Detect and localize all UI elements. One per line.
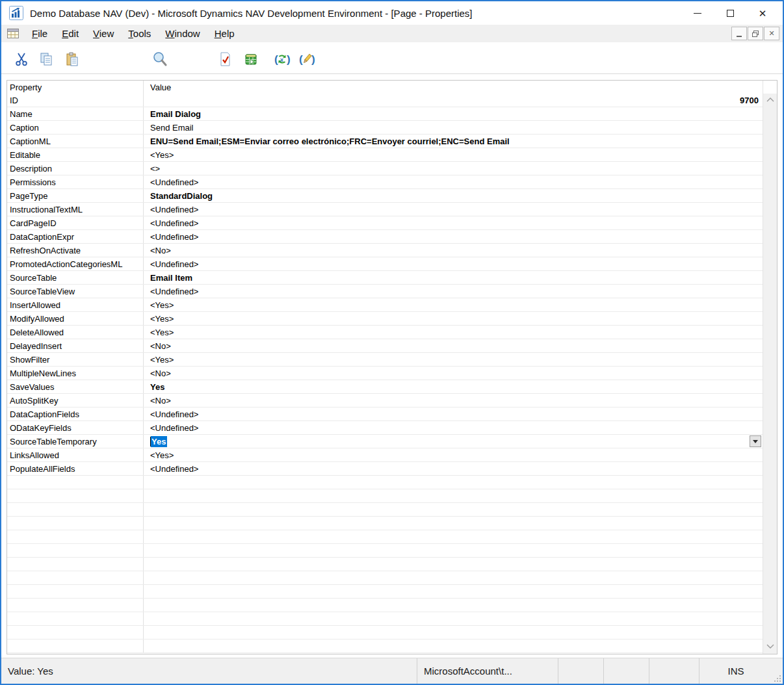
empty-row[interactable] [7,599,763,612]
mdi-restore-button[interactable] [748,27,763,40]
property-row[interactable]: MultipleNewLines <No> [7,367,763,380]
property-row[interactable]: ShowFilter <Yes> [7,353,763,367]
mdi-close-button[interactable]: ✕ [764,27,779,40]
property-name-cell[interactable]: Editable [7,148,144,161]
property-row[interactable]: LinksAllowed <Yes> [7,448,763,462]
property-row[interactable]: Caption Send Email [7,121,763,135]
property-name-cell[interactable]: InstructionalTextML [7,203,144,216]
property-value-cell[interactable]: <Yes> [144,353,763,366]
property-name-cell[interactable]: PopulateAllFields [7,462,144,475]
paste-button[interactable] [62,49,82,69]
property-name-cell[interactable]: LinksAllowed [7,448,144,461]
empty-row[interactable] [7,489,763,503]
property-name-cell[interactable]: MultipleNewLines [7,367,144,380]
menu-item-file[interactable]: File [25,26,55,41]
property-name-cell[interactable] [7,612,144,625]
property-value-cell[interactable]: <Yes> [144,448,763,461]
empty-row[interactable] [7,503,763,517]
property-row[interactable]: InsertAllowed <Yes> [7,298,763,312]
mdi-minimize-button[interactable] [731,27,747,40]
empty-row[interactable] [7,626,763,640]
property-name-cell[interactable]: PageType [7,189,144,202]
menu-item-help[interactable]: Help [207,26,242,41]
menu-item-view[interactable]: View [86,26,121,41]
property-name-cell[interactable]: AutoSplitKey [7,394,144,407]
property-row[interactable]: PopulateAllFields <Undefined> [7,462,763,476]
empty-row[interactable] [7,558,763,571]
property-value-cell[interactable]: Email Item [144,271,763,284]
property-row[interactable]: Name Email Dialog [7,107,763,121]
property-row[interactable]: SaveValues Yes [7,380,763,394]
property-name-cell[interactable] [7,530,144,543]
property-value-cell[interactable] [144,489,763,502]
property-value-cell[interactable] [144,558,763,571]
empty-row[interactable] [7,517,763,530]
property-name-cell[interactable]: SourceTableView [7,285,144,298]
property-name-cell[interactable]: PromotedActionCategoriesML [7,257,144,270]
property-row[interactable]: DelayedInsert <No> [7,339,763,353]
property-name-cell[interactable] [7,503,144,516]
property-value-cell[interactable]: <No> [144,339,763,352]
property-value-cell[interactable] [144,544,763,557]
property-row[interactable]: Description <> [7,162,763,175]
property-row[interactable]: InstructionalTextML <Undefined> [7,203,763,216]
property-value-cell[interactable] [144,599,763,612]
property-row[interactable]: AutoSplitKey <No> [7,394,763,407]
property-name-cell[interactable]: SaveValues [7,380,144,393]
empty-row[interactable] [7,571,763,585]
property-value-cell[interactable] [144,626,763,639]
property-name-cell[interactable] [7,489,144,502]
property-row[interactable]: DeleteAllowed <Yes> [7,326,763,339]
property-value-cell[interactable] [144,571,763,584]
property-name-cell[interactable]: CaptionML [7,135,144,148]
property-value-cell[interactable]: <Undefined> [144,407,763,420]
property-value-cell[interactable] [144,530,763,543]
property-row[interactable]: ModifyAllowed <Yes> [7,312,763,326]
property-row[interactable]: DataCaptionExpr <Undefined> [7,230,763,244]
property-row[interactable]: SourceTableTemporary Yes [7,435,763,448]
table-data-button[interactable] [241,49,261,69]
find-button[interactable] [150,49,170,69]
property-value-cell[interactable]: Email Dialog [144,107,763,120]
property-name-cell[interactable]: CardPageID [7,216,144,229]
empty-row[interactable] [7,476,763,489]
empty-row[interactable] [7,585,763,599]
property-row[interactable]: Editable <Yes> [7,148,763,162]
property-value-cell[interactable]: <Undefined> [144,216,763,229]
property-name-cell[interactable] [7,571,144,584]
property-value-cell[interactable]: <Undefined> [144,462,763,475]
property-value-cell[interactable]: Send Email [144,121,763,134]
property-value-cell[interactable]: <> [144,162,763,175]
property-name-cell[interactable]: DataCaptionExpr [7,230,144,243]
property-value-cell[interactable]: <Undefined> [144,257,763,270]
scroll-up-button[interactable] [763,94,777,105]
empty-row[interactable] [7,612,763,626]
copy-button[interactable] [36,49,56,69]
empty-row[interactable] [7,530,763,544]
property-name-cell[interactable] [7,640,144,653]
property-value-cell[interactable]: <Yes> [144,312,763,325]
property-name-cell[interactable]: ModifyAllowed [7,312,144,325]
property-row[interactable]: DataCaptionFields <Undefined> [7,407,763,421]
empty-row[interactable] [7,544,763,558]
property-row[interactable]: ID 9700 [7,94,763,107]
property-name-cell[interactable] [7,585,144,598]
empty-row[interactable] [7,640,763,653]
property-value-cell[interactable]: Yes [144,435,763,448]
property-name-cell[interactable]: Permissions [7,175,144,188]
property-value-cell[interactable] [144,640,763,653]
value-dropdown-button[interactable] [750,435,761,447]
property-name-cell[interactable] [7,558,144,571]
validate-button[interactable] [215,49,235,69]
property-name-cell[interactable] [7,599,144,612]
property-value-cell[interactable]: Yes [144,380,763,393]
property-value-cell[interactable]: 9700 [144,94,763,107]
property-row[interactable]: CaptionML ENU=Send Email;ESM=Enviar corr… [7,135,763,148]
menu-item-edit[interactable]: Edit [55,26,86,41]
menu-item-tools[interactable]: Tools [121,26,158,41]
property-row[interactable]: SourceTableView <Undefined> [7,285,763,298]
property-row[interactable]: RefreshOnActivate <No> [7,244,763,257]
maximize-button[interactable] [714,1,746,25]
property-name-cell[interactable]: ID [7,94,144,107]
property-value-cell[interactable]: ENU=Send Email;ESM=Enviar correo electró… [144,135,763,148]
